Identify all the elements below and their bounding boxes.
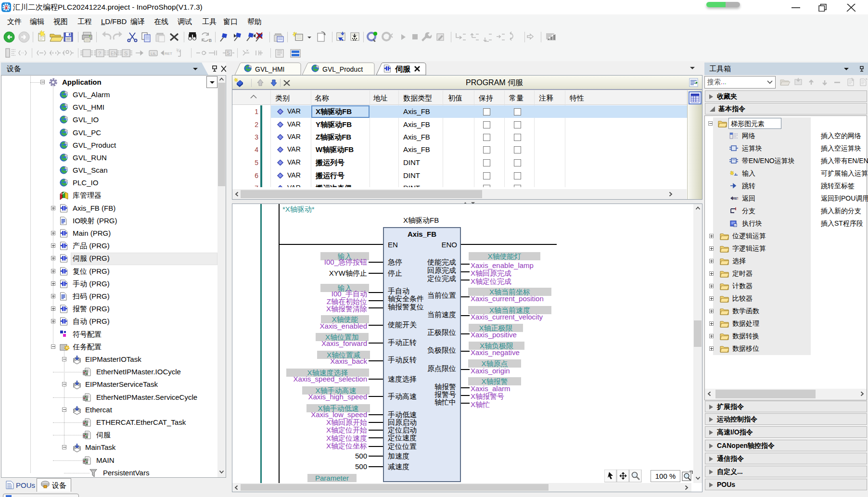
svg-text:S: S (227, 51, 230, 56)
svg-text:EN: EN (111, 51, 117, 56)
svg-text:S: S (124, 51, 128, 56)
svg-text:x: x (734, 224, 736, 227)
svg-text:B: B (209, 38, 212, 43)
svg-text:LIL: LIL (151, 51, 156, 56)
svg-text:RET: RET (733, 197, 738, 200)
svg-text:¾: ¾ (176, 48, 180, 53)
svg-text:?: ? (98, 51, 101, 56)
svg-text:RET: RET (165, 51, 172, 56)
